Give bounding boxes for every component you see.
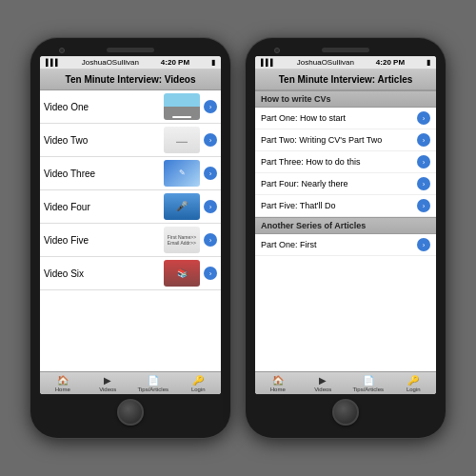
home-icon: 🏠 [57, 375, 69, 386]
list-item[interactable]: Video Four 🎤 › [40, 190, 221, 224]
chevron-icon-6[interactable]: › [204, 267, 217, 280]
tab-home-label: Home [55, 387, 70, 392]
articles-icon-2: 📄 [363, 375, 374, 386]
tab-videos[interactable]: ▶ Videos [86, 375, 131, 392]
speaker-2 [322, 48, 369, 52]
chevron-icon-a5[interactable]: › [417, 199, 430, 212]
list-item[interactable]: Part Four: Nearly there › [255, 173, 436, 195]
list-item[interactable]: Part One: How to start › [255, 108, 436, 129]
section-header-another: Another Series of Articles [255, 217, 436, 234]
screen-videos: ▌▌▌ JoshuaOSullivan 4:20 PM ▮ Ten Minute… [40, 56, 221, 394]
videos-icon-2: ▶ [319, 375, 327, 386]
camera [59, 48, 65, 53]
carrier-label: JoshuaOSullivan [82, 58, 139, 67]
list-item[interactable]: Video Two › [40, 124, 221, 157]
time-label-2: 4:20 PM [376, 58, 405, 67]
list-item[interactable]: Video Five First Name>>Email Addr>> › [40, 224, 221, 257]
video-label: Video Four [44, 202, 164, 212]
video-label: Video One [44, 102, 164, 112]
articles-icon: 📄 [148, 375, 159, 386]
chevron-icon-a3[interactable]: › [417, 155, 430, 169]
tab-login-label: Login [191, 387, 206, 392]
tab-bar-articles: 🏠 Home ▶ Videos 📄 Tips/Articles 🔑 Login [255, 371, 436, 394]
chevron-icon-2[interactable]: › [204, 133, 217, 147]
list-item[interactable]: Video Six 📚 › [40, 257, 221, 290]
video-label: Video Three [44, 169, 164, 179]
tab-login-label-2: Login [407, 387, 421, 392]
chevron-icon-a2[interactable]: › [417, 133, 430, 147]
video-thumb-1 [164, 93, 200, 120]
video-label: Video Six [44, 268, 164, 279]
video-thumb-6: 📚 [164, 260, 200, 287]
status-bar-2: ▌▌▌ JoshuaOSullivan 4:20 PM ▮ [255, 56, 436, 69]
tab-bar-videos: 🏠 Home ▶ Videos 📄 Tips/Articles 🔑 Login [40, 371, 221, 394]
tab-videos-2[interactable]: ▶ Videos [301, 375, 347, 392]
phone-top [40, 48, 221, 52]
login-icon: 🔑 [192, 375, 204, 386]
video-label: Video Five [44, 235, 164, 246]
tab-login-2[interactable]: 🔑 Login [391, 375, 437, 392]
video-thumb-5: First Name>>Email Addr>> [164, 227, 200, 253]
carrier-label-2: JoshuaOSullivan [297, 58, 354, 67]
list-item[interactable]: Part Five: That'll Do › [255, 195, 436, 217]
status-bar: ▌▌▌ JoshuaOSullivan 4:20 PM ▮ [40, 56, 221, 69]
list-item[interactable]: Part One: First › [255, 234, 436, 256]
list-item[interactable]: Part Three: How to do this › [255, 151, 436, 173]
tab-home[interactable]: 🏠 Home [40, 375, 86, 392]
battery-icon-2: ▮ [426, 58, 430, 67]
phone-videos: ▌▌▌ JoshuaOSullivan 4:20 PM ▮ Ten Minute… [30, 38, 230, 438]
tab-login[interactable]: 🔑 Login [176, 375, 222, 392]
section-header-cvs: How to write CVs [255, 90, 436, 108]
video-list: Video One › Video Two › Video Three ✎ › … [40, 90, 221, 371]
article-label: Part Five: That'll Do [261, 201, 417, 210]
list-item[interactable]: Part Two: Writing CV's Part Two › [255, 129, 436, 151]
chevron-icon-a1[interactable]: › [417, 111, 430, 125]
battery-icon: ▮ [211, 58, 215, 67]
home-button-2[interactable] [332, 399, 359, 426]
time-label: 4:20 PM [161, 58, 189, 67]
list-item[interactable]: Video Three ✎ › [40, 157, 221, 190]
video-thumb-2 [164, 127, 200, 153]
video-thumb-3: ✎ [164, 160, 200, 187]
tab-articles[interactable]: 📄 Tips/Articles [130, 375, 176, 392]
phone-articles: ▌▌▌ JoshuaOSullivan 4:20 PM ▮ Ten Minute… [246, 38, 446, 438]
videos-icon: ▶ [104, 375, 111, 386]
list-item[interactable]: Video One › [40, 90, 221, 124]
article-label: Part Three: How to do this [261, 157, 417, 167]
chevron-icon-1[interactable]: › [204, 100, 217, 113]
article-label: Part One: How to start [261, 113, 417, 123]
tab-articles-label: Tips/Articles [138, 387, 169, 392]
home-icon-2: 🏠 [272, 375, 284, 386]
signal-icon: ▌▌▌ [46, 59, 60, 66]
screen-articles: ▌▌▌ JoshuaOSullivan 4:20 PM ▮ Ten Minute… [255, 56, 436, 394]
tab-videos-label: Videos [99, 387, 116, 392]
home-button[interactable] [117, 399, 144, 426]
signal-icon-2: ▌▌▌ [261, 59, 275, 66]
tab-articles-label-2: Tips/Articles [353, 387, 384, 392]
article-label: Part Two: Writing CV's Part Two [261, 135, 417, 145]
chevron-icon-4[interactable]: › [204, 200, 217, 213]
chevron-icon-b1[interactable]: › [417, 238, 430, 251]
chevron-icon-a4[interactable]: › [417, 177, 430, 190]
video-thumb-4: 🎤 [164, 193, 200, 220]
phone-top-2 [255, 48, 436, 52]
tab-home-label-2: Home [270, 387, 286, 392]
tab-articles-2[interactable]: 📄 Tips/Articles [346, 375, 391, 392]
video-label: Video Two [44, 135, 164, 146]
chevron-icon-5[interactable]: › [204, 233, 217, 247]
nav-title-videos: Ten Minute Interview: Videos [40, 69, 221, 90]
article-label: Part One: First [261, 240, 417, 249]
nav-title-articles: Ten Minute Interview: Articles [255, 69, 436, 90]
speaker [107, 48, 154, 52]
article-label: Part Four: Nearly there [261, 179, 417, 188]
tab-videos-label-2: Videos [314, 387, 331, 392]
login-icon-2: 🔑 [407, 375, 419, 386]
camera-2 [274, 48, 280, 53]
tab-home-2[interactable]: 🏠 Home [255, 375, 301, 392]
article-list: How to write CVs Part One: How to start … [255, 90, 436, 371]
chevron-icon-3[interactable]: › [204, 167, 217, 180]
